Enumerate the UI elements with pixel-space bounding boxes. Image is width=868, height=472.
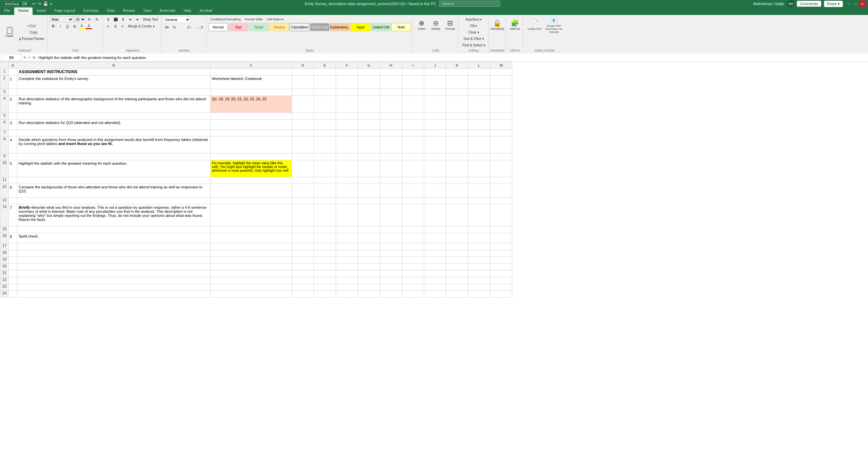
cell[interactable] (446, 284, 468, 291)
cell-k2[interactable] (446, 76, 468, 89)
cell-k16[interactable] (446, 233, 468, 243)
cell-l9[interactable] (468, 153, 490, 160)
cell-a6[interactable]: 3 (9, 120, 17, 130)
cell-f15[interactable] (336, 226, 358, 233)
cell-e8[interactable] (314, 137, 336, 153)
cell-k9[interactable] (446, 153, 468, 160)
cell-c9[interactable] (211, 153, 292, 160)
cell[interactable] (314, 291, 336, 297)
cell[interactable] (211, 284, 292, 291)
tab-insert[interactable]: Insert (33, 7, 50, 15)
paste-button[interactable]: 📋 Paste (3, 23, 16, 41)
decrease-decimal-button[interactable]: ←.0 (195, 24, 204, 30)
cell[interactable] (314, 264, 336, 270)
cell-f5[interactable] (336, 113, 358, 120)
formula-confirm-icon[interactable]: ✓ (28, 55, 31, 60)
cell[interactable] (314, 270, 336, 277)
cell-l2[interactable] (468, 76, 490, 89)
col-header-a[interactable]: A (9, 62, 17, 69)
cell-i12[interactable] (402, 184, 424, 198)
cell-c8[interactable] (211, 137, 292, 153)
border-button[interactable]: ⊞ (71, 23, 78, 29)
cell-j11[interactable] (424, 177, 446, 184)
cell-a16[interactable]: 8 (9, 233, 17, 243)
cell-b2[interactable]: Complete the codebook for Emily's survey… (17, 76, 211, 89)
sort-filter-button[interactable]: Sort & Filter ▾ (460, 36, 487, 42)
font-color-button[interactable]: A (85, 23, 92, 29)
tab-data[interactable]: Data (103, 7, 119, 15)
cell-m8[interactable] (490, 137, 512, 153)
cell-i16[interactable] (402, 233, 424, 243)
cell-m9[interactable] (490, 153, 512, 160)
cell-b7[interactable] (17, 130, 211, 137)
cell[interactable] (17, 277, 211, 284)
cell[interactable] (402, 264, 424, 270)
cell-j13[interactable] (424, 198, 446, 204)
cell-e6[interactable] (314, 120, 336, 130)
cell[interactable] (9, 277, 17, 284)
cell-e10[interactable] (314, 160, 336, 177)
cell-h8[interactable] (380, 137, 402, 153)
wrap-text-button[interactable]: Wrap Text (141, 16, 160, 22)
cell-c13[interactable] (211, 198, 292, 204)
cell[interactable] (211, 243, 292, 250)
cell-c4[interactable]: Qs: 18, 19, 20, 21, 22, 23, 24, 25 (211, 96, 292, 113)
cell[interactable] (446, 243, 468, 250)
cell-h14[interactable] (380, 204, 402, 226)
cell[interactable] (336, 291, 358, 297)
cell-c6[interactable] (211, 120, 292, 130)
cell[interactable] (402, 291, 424, 297)
cell-b6[interactable]: Run descriptive statistics for Q15 (atte… (17, 120, 211, 130)
cell-e13[interactable] (314, 198, 336, 204)
cell-g11[interactable] (358, 177, 380, 184)
formula-input[interactable] (37, 54, 867, 61)
tab-automate[interactable]: Automate (155, 7, 179, 15)
style-note[interactable]: Note (391, 23, 411, 31)
cell[interactable] (490, 284, 512, 291)
cell[interactable] (17, 270, 211, 277)
cell[interactable] (358, 243, 380, 250)
comma-button[interactable]: , (178, 24, 185, 30)
cell[interactable] (424, 250, 446, 257)
cell[interactable] (336, 250, 358, 257)
cell-a9[interactable] (9, 153, 17, 160)
cell-k15[interactable] (446, 226, 468, 233)
col-header-c[interactable]: C (211, 62, 292, 69)
cell[interactable] (292, 284, 314, 291)
cell-d13[interactable] (292, 198, 314, 204)
addins-button[interactable]: 🧩 Add-ins (508, 16, 521, 34)
cell[interactable] (468, 291, 490, 297)
col-header-i[interactable]: I (402, 62, 424, 69)
cell-k1[interactable] (446, 69, 468, 76)
cell-e14[interactable] (314, 204, 336, 226)
cell-b9[interactable] (17, 153, 211, 160)
cell-m12[interactable] (490, 184, 512, 198)
cell-d7[interactable] (292, 130, 314, 137)
col-header-l[interactable]: L (468, 62, 490, 69)
cell[interactable] (468, 270, 490, 277)
cell-e5[interactable] (314, 113, 336, 120)
cell-a2[interactable]: 1 (9, 76, 17, 89)
cell[interactable] (424, 243, 446, 250)
cell[interactable] (490, 250, 512, 257)
tab-home[interactable]: Home (14, 7, 33, 15)
cell-f11[interactable] (336, 177, 358, 184)
cell[interactable] (380, 243, 402, 250)
minimize-button[interactable]: ─ (846, 1, 852, 7)
cell-i5[interactable] (402, 113, 424, 120)
cell-b5[interactable] (17, 113, 211, 120)
cell[interactable] (402, 257, 424, 264)
cell[interactable] (446, 264, 468, 270)
cell[interactable] (424, 270, 446, 277)
cell-j6[interactable] (424, 120, 446, 130)
cell[interactable] (314, 250, 336, 257)
cell-i13[interactable] (402, 198, 424, 204)
style-check-cell[interactable]: Check Cell (310, 23, 330, 31)
cell-l6[interactable] (468, 120, 490, 130)
cell[interactable] (9, 291, 17, 297)
cell[interactable] (468, 250, 490, 257)
cell-f7[interactable] (336, 130, 358, 137)
cell-m13[interactable] (490, 198, 512, 204)
style-calculation[interactable]: Calculation (290, 23, 309, 31)
cell-f14[interactable] (336, 204, 358, 226)
